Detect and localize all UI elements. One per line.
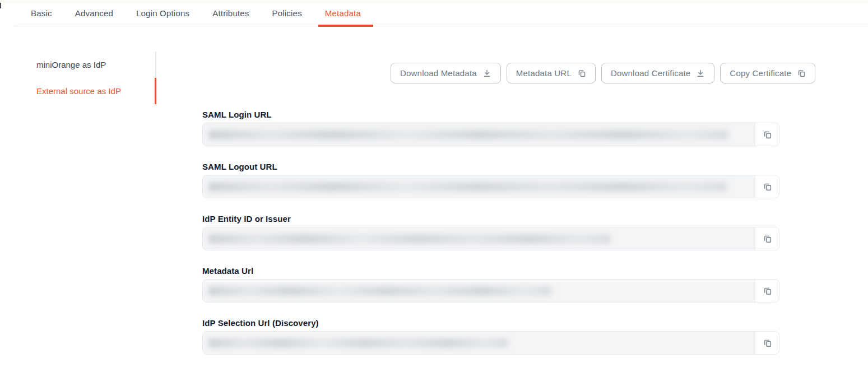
copy-icon [763, 130, 772, 139]
idp-entity-id-input[interactable] [203, 227, 755, 250]
download-icon [696, 69, 705, 78]
sidebar-item-external-source-as-idp[interactable]: External source as IdP [0, 78, 156, 104]
saml-login-url-field: SAML Login URL [202, 110, 779, 146]
idp-selection-url-input[interactable] [203, 332, 755, 354]
metadata-settings-page: Basic Advanced Login Options Attributes … [0, 0, 868, 382]
metadata-fields: SAML Login URL SAML Logout URL [202, 110, 779, 370]
metadata-toolbar: Download Metadata Metadata URL Download … [391, 63, 815, 83]
copy-icon [763, 286, 772, 296]
metadata-url-field: Metadata Url [202, 266, 779, 302]
idp-source-subnav: miniOrange as IdP External source as IdP [0, 52, 156, 104]
metadata-url-button[interactable]: Metadata URL [507, 63, 596, 83]
redacted-value [208, 130, 728, 139]
saml-logout-url-label: SAML Logout URL [202, 162, 779, 172]
tab-policies[interactable]: Policies [272, 0, 302, 26]
tab-basic[interactable]: Basic [31, 0, 52, 26]
copy-icon [763, 182, 772, 192]
tab-advanced[interactable]: Advanced [75, 0, 113, 26]
saml-logout-url-field: SAML Logout URL [202, 162, 779, 198]
idp-entity-id-field: IdP Entity ID or Issuer [202, 214, 779, 250]
tab-bar: Basic Advanced Login Options Attributes … [31, 0, 361, 26]
saml-login-url-label: SAML Login URL [202, 110, 779, 120]
copy-saml-login-url-button[interactable] [755, 123, 779, 146]
copy-metadata-url-button[interactable] [755, 279, 779, 302]
metadata-url-label: Metadata Url [202, 266, 779, 276]
redacted-value [208, 182, 727, 192]
copy-icon [797, 69, 806, 78]
tab-attributes[interactable]: Attributes [212, 0, 249, 26]
screen-edge-artifact [0, 3, 1, 8]
download-certificate-label: Download Certificate [611, 68, 690, 78]
tab-metadata[interactable]: Metadata [325, 0, 361, 26]
download-icon [482, 69, 491, 78]
metadata-url-label: Metadata URL [516, 68, 572, 78]
copy-icon [577, 69, 586, 78]
download-metadata-label: Download Metadata [400, 68, 477, 78]
tab-login-options[interactable]: Login Options [136, 0, 189, 26]
copy-icon [763, 338, 772, 348]
download-certificate-button[interactable]: Download Certificate [601, 63, 714, 83]
metadata-url-input[interactable] [203, 279, 755, 302]
idp-selection-url-field: IdP Selection Url (Discovery) [202, 318, 779, 355]
copy-idp-entity-id-button[interactable] [755, 227, 779, 250]
idp-entity-id-label: IdP Entity ID or Issuer [202, 214, 779, 224]
saml-login-url-input[interactable] [203, 123, 755, 146]
sidebar-item-miniorange-as-idp[interactable]: miniOrange as IdP [0, 52, 156, 78]
copy-certificate-button[interactable]: Copy Certificate [720, 63, 815, 83]
download-metadata-button[interactable]: Download Metadata [391, 63, 501, 83]
saml-logout-url-input[interactable] [203, 175, 755, 198]
copy-icon [763, 234, 772, 244]
redacted-value [208, 234, 611, 244]
idp-selection-url-label: IdP Selection Url (Discovery) [202, 318, 779, 328]
redacted-value [208, 338, 508, 348]
redacted-value [208, 286, 551, 296]
copy-saml-logout-url-button[interactable] [755, 175, 779, 198]
copy-certificate-label: Copy Certificate [730, 68, 791, 78]
copy-idp-selection-url-button[interactable] [755, 332, 779, 354]
